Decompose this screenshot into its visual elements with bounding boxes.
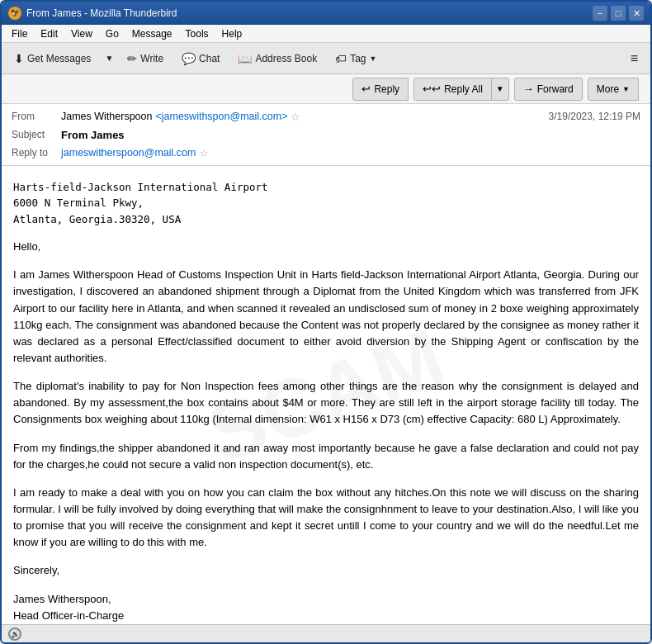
tag-label: Tag bbox=[350, 53, 366, 64]
reply-to-row: Reply to jameswitherspoon@mail.com ☆ bbox=[12, 144, 640, 162]
email-content: Harts-field-Jackson International Airpor… bbox=[13, 179, 639, 624]
reply-label: Reply bbox=[374, 83, 399, 95]
closing: Sincerely, bbox=[13, 562, 639, 579]
get-messages-arrow[interactable]: ▼ bbox=[102, 47, 116, 70]
subject-value: From James bbox=[61, 129, 640, 141]
from-star-icon[interactable]: ☆ bbox=[291, 111, 300, 123]
email-body: SCAM Harts-field-Jackson International A… bbox=[2, 166, 650, 624]
tag-button[interactable]: 🏷 Tag ▼ bbox=[328, 47, 384, 70]
signature-title: Head Officer-in-Charge bbox=[13, 608, 639, 624]
signature-name: James Witherspoon, bbox=[13, 591, 639, 608]
reply-to-value: jameswitherspoon@mail.com ☆ bbox=[61, 147, 640, 159]
from-row: From James Witherspoon <jameswithspon@ma… bbox=[12, 107, 640, 125]
minimize-button[interactable]: − bbox=[593, 6, 607, 21]
greeting: Hello, bbox=[13, 239, 639, 255]
address-block: Harts-field-Jackson International Airpor… bbox=[13, 179, 639, 227]
write-icon: ✏ bbox=[127, 52, 137, 65]
address-book-label: Address Book bbox=[255, 53, 317, 64]
body-paragraph-3: From my findings,the shipper abandoned i… bbox=[13, 440, 639, 473]
subject-row: Subject From James bbox=[12, 125, 640, 144]
body-paragraph-1: I am James Witherspoon Head of Customs I… bbox=[13, 267, 639, 367]
subject-text: From James bbox=[61, 129, 125, 141]
status-icon: 🔊 bbox=[8, 627, 21, 641]
forward-label: Forward bbox=[537, 83, 574, 95]
from-label: From bbox=[12, 111, 61, 122]
reply-to-email: jameswitherspoon@mail.com bbox=[61, 147, 196, 159]
write-label: Write bbox=[140, 53, 163, 64]
more-arrow-icon: ▼ bbox=[622, 85, 630, 93]
reply-all-arrow[interactable]: ▼ bbox=[492, 78, 509, 101]
address-book-button[interactable]: 📖 Address Book bbox=[230, 47, 324, 70]
menu-tools[interactable]: Tools bbox=[179, 26, 215, 41]
status-bar: 🔊 bbox=[2, 624, 650, 642]
chat-label: Chat bbox=[199, 53, 220, 64]
reply-all-button[interactable]: ↩↩ Reply All bbox=[413, 78, 492, 101]
menu-edit[interactable]: Edit bbox=[34, 26, 64, 41]
status-sound-icon: 🔊 bbox=[11, 630, 20, 638]
email-header: From James Witherspoon <jameswithspon@ma… bbox=[2, 104, 650, 166]
address-line2: 6000 N Terminal Pkwy, bbox=[13, 195, 639, 211]
menu-help[interactable]: Help bbox=[215, 26, 249, 41]
subject-label: Subject bbox=[12, 129, 61, 140]
write-button[interactable]: ✏ Write bbox=[120, 47, 171, 70]
chat-button[interactable]: 💬 Chat bbox=[174, 47, 227, 70]
toolbar-menu-button[interactable]: ≡ bbox=[623, 47, 645, 70]
body-paragraph-2: The diplomat's inability to pay for Non … bbox=[13, 378, 639, 428]
address-line1: Harts-field-Jackson International Airpor… bbox=[13, 179, 639, 195]
address-line3: Atlanta, Georgia.30320, USA bbox=[13, 211, 639, 227]
from-value: James Witherspoon <jameswithspon@mail.co… bbox=[61, 111, 549, 123]
window-title: From James - Mozilla Thunderbird bbox=[26, 7, 177, 19]
main-window: 🦅 From James - Mozilla Thunderbird − □ ✕… bbox=[0, 0, 652, 644]
reply-to-star-icon[interactable]: ☆ bbox=[199, 147, 209, 159]
menu-message[interactable]: Message bbox=[125, 26, 179, 41]
tag-icon: 🏷 bbox=[335, 52, 347, 65]
maximize-button[interactable]: □ bbox=[611, 6, 626, 21]
app-icon: 🦅 bbox=[8, 7, 21, 20]
sender-name: James Witherspoon bbox=[61, 111, 152, 122]
more-label: More bbox=[597, 83, 619, 95]
close-button[interactable]: ✕ bbox=[629, 6, 644, 21]
reply-icon: ↩ bbox=[361, 83, 371, 95]
more-group: More ▼ bbox=[588, 78, 639, 101]
get-messages-button[interactable]: ⬇ Get Messages bbox=[7, 47, 98, 70]
title-bar: 🦅 From James - Mozilla Thunderbird − □ ✕ bbox=[2, 2, 650, 25]
get-messages-label: Get Messages bbox=[27, 53, 91, 64]
chat-icon: 💬 bbox=[182, 52, 196, 65]
signature: James Witherspoon, Head Officer-in-Charg… bbox=[13, 591, 639, 624]
address-book-icon: 📖 bbox=[238, 52, 252, 65]
menu-view[interactable]: View bbox=[64, 26, 99, 41]
toolbar: ⬇ Get Messages ▼ ✏ Write 💬 Chat 📖 Addres… bbox=[2, 43, 650, 74]
menu-go[interactable]: Go bbox=[99, 26, 125, 41]
sender-email: <jameswithspon@mail.com> bbox=[155, 111, 287, 122]
tag-arrow-icon: ▼ bbox=[370, 54, 377, 63]
menu-bar: File Edit View Go Message Tools Help bbox=[2, 25, 650, 43]
body-paragraph-4: I am ready to make a deal with you on ho… bbox=[13, 485, 639, 552]
get-messages-icon: ⬇ bbox=[14, 52, 24, 65]
reply-all-group: ↩↩ Reply All ▼ bbox=[413, 78, 509, 101]
title-bar-left: 🦅 From James - Mozilla Thunderbird bbox=[8, 7, 177, 20]
toolbar-menu-icon: ≡ bbox=[631, 51, 638, 66]
reply-to-label: Reply to bbox=[12, 147, 61, 159]
action-bar: ↩ Reply ↩↩ Reply All ▼ → Forward More ▼ bbox=[2, 74, 650, 104]
more-button[interactable]: More ▼ bbox=[588, 78, 639, 101]
reply-all-label: Reply All bbox=[444, 83, 483, 95]
window-controls: − □ ✕ bbox=[593, 6, 644, 21]
email-date: 3/19/2023, 12:19 PM bbox=[549, 111, 640, 122]
menu-file[interactable]: File bbox=[5, 26, 34, 41]
forward-button[interactable]: → Forward bbox=[514, 78, 583, 101]
forward-icon: → bbox=[523, 83, 534, 95]
reply-button[interactable]: ↩ Reply bbox=[352, 78, 409, 101]
forward-group: → Forward bbox=[514, 78, 583, 101]
reply-group: ↩ Reply bbox=[352, 78, 409, 101]
reply-all-icon: ↩↩ bbox=[423, 83, 441, 95]
